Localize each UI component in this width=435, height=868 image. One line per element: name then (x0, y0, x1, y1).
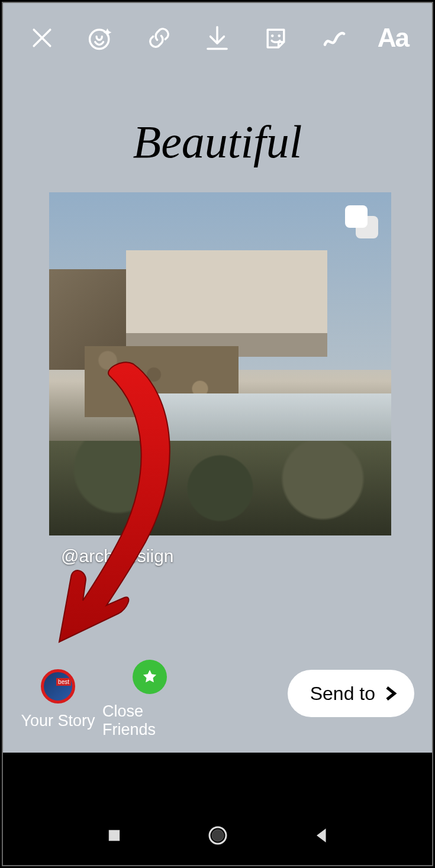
effects-icon[interactable] (85, 22, 116, 53)
text-tool-icon[interactable]: Aa (378, 22, 408, 53)
send-to-button[interactable]: Send to (288, 670, 414, 717)
svg-rect-3 (109, 830, 119, 840)
share-bar: Your Story Close Friends Send to (3, 658, 432, 741)
sticker-icon[interactable] (260, 22, 291, 53)
image-bg (49, 441, 391, 535)
your-story-button[interactable]: Your Story (20, 669, 96, 730)
svg-point-5 (212, 830, 224, 841)
story-toolbar: Aa (3, 17, 432, 59)
post-author-handle[interactable]: @archidesiign (61, 546, 174, 566)
story-editor[interactable]: Aa Beautiful @archidesiign (3, 3, 432, 753)
home-button[interactable] (206, 824, 230, 847)
svg-point-2 (278, 34, 281, 37)
send-to-label: Send to (310, 683, 375, 705)
draw-icon[interactable] (319, 22, 350, 53)
shared-post-image[interactable] (49, 192, 391, 535)
screen: Aa Beautiful @archidesiign (2, 2, 433, 866)
chevron-right-icon (381, 685, 399, 702)
download-icon[interactable] (202, 22, 233, 53)
close-friends-label: Close Friends (102, 702, 197, 739)
image-bg (156, 393, 391, 441)
story-caption[interactable]: Beautiful (3, 115, 432, 169)
your-story-avatar (41, 669, 75, 704)
close-friends-icon (133, 660, 167, 694)
system-nav-bar (3, 806, 432, 865)
recents-button[interactable] (102, 824, 126, 847)
back-button[interactable] (310, 824, 333, 847)
close-friends-button[interactable]: Close Friends (102, 660, 197, 739)
carousel-icon (345, 205, 378, 238)
your-story-label: Your Story (21, 712, 95, 730)
text-tool-label: Aa (378, 23, 408, 53)
svg-point-1 (271, 34, 274, 37)
link-icon[interactable] (144, 22, 175, 53)
close-icon[interactable] (27, 22, 57, 53)
